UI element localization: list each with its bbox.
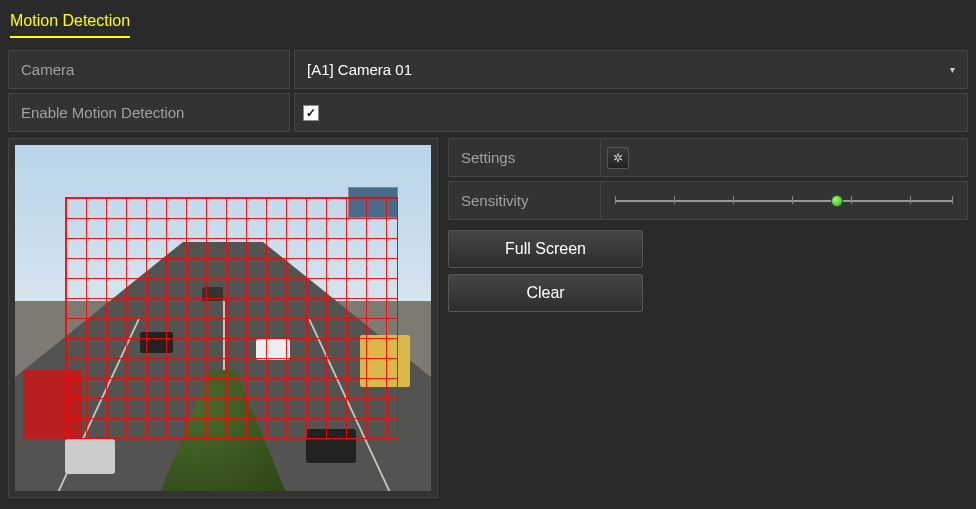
- camera-row: Camera [A1] Camera 01 ▾: [8, 50, 968, 89]
- enable-field: ✓: [294, 93, 968, 132]
- camera-preview-canvas: [15, 145, 431, 491]
- slider-track: [615, 200, 953, 202]
- right-column: Settings ✲ Sensitivity: [448, 138, 968, 498]
- camera-select-value: [A1] Camera 01: [307, 61, 412, 78]
- sensitivity-label: Sensitivity: [448, 181, 600, 220]
- clear-button[interactable]: Clear: [448, 274, 643, 312]
- gear-icon: ✲: [613, 151, 623, 165]
- settings-row: Settings ✲: [448, 138, 968, 177]
- enable-motion-checkbox[interactable]: ✓: [303, 105, 319, 121]
- chevron-down-icon: ▾: [950, 64, 955, 75]
- sensitivity-row: Sensitivity: [448, 181, 968, 220]
- slider-thumb[interactable]: [831, 195, 843, 207]
- tab-motion-detection[interactable]: Motion Detection: [10, 8, 130, 38]
- motion-area-preview[interactable]: [8, 138, 438, 498]
- camera-select[interactable]: [A1] Camera 01 ▾: [294, 50, 968, 89]
- enable-row: Enable Motion Detection ✓: [8, 93, 968, 132]
- camera-label: Camera: [8, 50, 290, 89]
- settings-gear-button[interactable]: ✲: [607, 147, 629, 169]
- motion-detection-panel: Motion Detection Camera [A1] Camera 01 ▾…: [0, 0, 976, 506]
- sensitivity-slider[interactable]: [607, 186, 961, 216]
- full-screen-button[interactable]: Full Screen: [448, 230, 643, 268]
- settings-label: Settings: [448, 138, 600, 177]
- enable-label: Enable Motion Detection: [8, 93, 290, 132]
